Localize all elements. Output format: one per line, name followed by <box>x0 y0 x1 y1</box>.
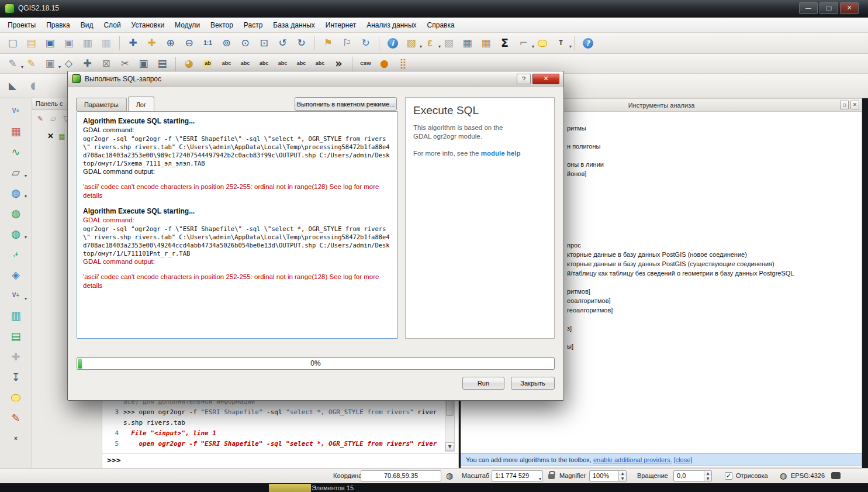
snapping-cross-icon[interactable]: ✚ <box>8 349 24 364</box>
add-db-layer-icon[interactable]: ▥ <box>8 308 24 324</box>
dialog-help-button[interactable]: ? <box>517 74 531 84</box>
tab-Параметры[interactable]: Параметры <box>76 98 127 111</box>
toolbox-item[interactable]: кторные данные в базу данных PostGIS (но… <box>567 251 747 258</box>
zoom-last-icon[interactable]: ↺ <box>275 36 291 51</box>
tab-Лог[interactable]: Лог <box>128 97 154 111</box>
csw-metasearch-icon[interactable]: CSW <box>358 56 374 71</box>
coordinates-input[interactable]: 70.68,59.35 <box>361 470 441 481</box>
zoom-next-icon[interactable]: ↻ <box>293 36 309 51</box>
add-layer-group-icon[interactable]: ▱▾ <box>8 164 24 180</box>
identify-features-icon[interactable]: i <box>385 36 400 51</box>
menu-Модули[interactable]: Модули <box>170 19 205 32</box>
scale-combo[interactable]: 1:1 774 529 ▾ <box>492 470 543 481</box>
extents-toggle-icon[interactable]: ◍ <box>446 472 453 480</box>
map-tips-icon[interactable] <box>534 36 550 51</box>
toolbox-item[interactable]: н полигоны <box>567 143 600 150</box>
open-project-icon[interactable]: ▤ <box>23 36 39 51</box>
label-pin-icon[interactable]: abc <box>237 56 253 71</box>
label-show-hide-icon[interactable]: abc <box>256 56 272 71</box>
geometry-checker-icon[interactable]: ◣ <box>5 78 20 94</box>
field-calculator-icon[interactable]: ▦ <box>478 36 494 51</box>
menu-Анализ данных[interactable]: Анализ данных <box>361 19 421 32</box>
delete-selected-icon[interactable]: ⊠ <box>98 56 114 71</box>
spin-up-icon[interactable]: ▲ <box>704 471 711 476</box>
close-icon[interactable]: ✕ <box>47 132 54 140</box>
offset-curve-icon[interactable]: ◖ <box>25 78 41 94</box>
toolbox-item[interactable]: ы] <box>567 343 573 350</box>
layer-styling-icon[interactable]: ◕ <box>181 56 197 71</box>
new-shapefile-layer-icon[interactable]: ∿ <box>8 144 24 160</box>
new-project-icon[interactable]: ▢ <box>5 36 20 51</box>
lock-scale-icon[interactable] <box>548 474 555 479</box>
module-help-link[interactable]: module help <box>481 150 521 157</box>
save-layer-edits-icon[interactable]: ▣▾ <box>42 56 58 71</box>
dropdown-arrow-icon[interactable]: ▾ <box>25 296 27 301</box>
add-raster-layer-icon[interactable]: ▦ <box>8 123 24 139</box>
select-by-expression-icon[interactable]: ε▾ <box>422 36 438 51</box>
toolbox-item[interactable]: й/таблицу как таблицу без сведений о гео… <box>567 270 794 277</box>
label-properties-icon[interactable]: abc <box>312 56 328 71</box>
menu-Вектор[interactable]: Вектор <box>205 19 238 32</box>
deselect-features-icon[interactable]: ▧ <box>441 36 457 51</box>
measure-icon[interactable]: ⌐▾ <box>516 36 531 51</box>
composer-manager-icon[interactable]: ▥ <box>98 36 114 51</box>
spin-up-icon[interactable]: ▲ <box>619 471 626 476</box>
label-highlight-icon[interactable]: ab <box>200 56 216 71</box>
magnifier-spinner[interactable]: 100% ▲▼ <box>589 470 627 481</box>
toolbox-item[interactable]: геоалгоритмов] <box>567 307 613 314</box>
close-message-link[interactable]: [close] <box>674 456 693 463</box>
open-attribute-table-icon[interactable]: ▦ <box>459 36 475 51</box>
help-icon[interactable]: ? <box>580 36 596 51</box>
add-spatialite-layer-icon[interactable]: ◈ <box>8 267 24 283</box>
crs-globe-icon[interactable]: ◍ <box>780 472 787 480</box>
menu-Справка[interactable]: Справка <box>422 19 460 32</box>
add-wms-layer-icon[interactable]: ◍▾ <box>8 185 24 201</box>
zoom-out-icon[interactable]: ⊖ <box>181 36 197 51</box>
touch-zoom-pan-icon[interactable]: ✚ <box>125 36 141 51</box>
menu-Установки[interactable]: Установки <box>126 19 170 32</box>
select-features-icon[interactable]: ▧▾ <box>403 36 419 51</box>
maximize-button[interactable]: ▢ <box>819 2 838 14</box>
menu-Слой[interactable]: Слой <box>98 19 126 32</box>
layers-add-group-icon[interactable]: ▱ <box>47 113 59 124</box>
show-bookmarks-icon[interactable]: ⚐ <box>339 36 355 51</box>
toolbox-item[interactable]: ритмов] <box>567 288 590 295</box>
menu-База данных[interactable]: База данных <box>268 19 320 32</box>
add-mssql-layer-icon[interactable]: V+▾ <box>8 287 24 303</box>
text-annotation-icon[interactable]: T▾ <box>553 36 569 51</box>
layer-labeling-icon[interactable]: abc <box>219 56 234 71</box>
zoom-to-selection-icon[interactable]: ⊙ <box>237 36 253 51</box>
toolbar-extension-icon[interactable]: » <box>331 56 347 71</box>
current-edits-icon[interactable]: ✎▾ <box>5 56 20 71</box>
render-checkbox[interactable]: ✓ <box>725 472 732 480</box>
zoom-full-icon[interactable]: ⊚ <box>219 36 234 51</box>
dialog-titlebar[interactable]: Выполнить SQL-запрос ? ✕ <box>68 71 563 87</box>
dropdown-arrow-icon[interactable]: ▾ <box>25 173 27 178</box>
spin-down-icon[interactable]: ▼ <box>619 476 626 481</box>
paste-features-icon[interactable]: ▤ <box>154 56 170 71</box>
layers-style-icon[interactable]: ✎ <box>34 113 46 124</box>
add-delimited-text-layer-icon[interactable]: ,+ <box>8 246 24 262</box>
add-oracle-layer-icon[interactable]: ▤ <box>8 328 24 344</box>
add-wfs-layer-icon[interactable]: ◍▾ <box>8 226 24 242</box>
menu-Правка[interactable]: Правка <box>41 19 75 32</box>
move-feature-icon[interactable]: ✚ <box>79 56 95 71</box>
add-wcs-layer-icon[interactable]: ◍ <box>8 205 24 221</box>
cut-features-icon[interactable]: ✂ <box>117 56 133 71</box>
menu-Интернет[interactable]: Интернет <box>320 19 361 32</box>
copy-features-icon[interactable]: ▣ <box>136 56 151 71</box>
dropdown-arrow-icon[interactable]: ▾ <box>569 44 572 49</box>
scrollbar-down-icon[interactable]: ▼ <box>445 442 454 451</box>
zoom-in-icon[interactable]: ⊕ <box>162 36 178 51</box>
refresh-map-icon[interactable]: ↻ <box>358 36 374 51</box>
style-editor-icon[interactable]: ✎ <box>8 410 24 426</box>
log-output-area[interactable]: Algorithm Execute SQL starting...GDAL co… <box>77 111 398 339</box>
node-tool-icon[interactable]: ◇ <box>61 56 77 71</box>
save-project-as-icon[interactable]: ▣ <box>61 36 77 51</box>
add-vector-layer-icon[interactable]: V+ <box>8 103 24 119</box>
minimize-button[interactable]: — <box>799 2 818 14</box>
dialog-close-button[interactable]: ✕ <box>532 74 559 84</box>
crs-status[interactable]: EPSG:4326 <box>791 472 825 479</box>
run-button[interactable]: Run <box>462 377 504 390</box>
statistical-summary-icon[interactable]: Σ <box>497 36 513 51</box>
